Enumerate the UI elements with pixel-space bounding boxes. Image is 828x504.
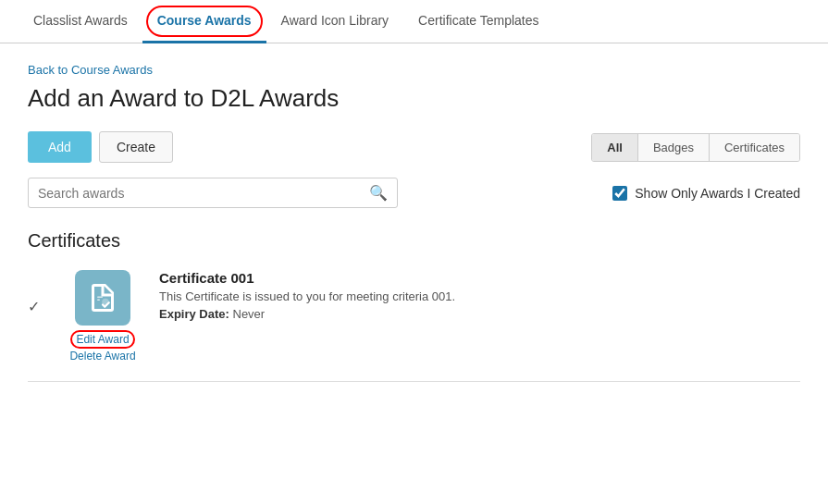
selected-checkmark: ✓ — [28, 298, 46, 315]
delete-award-link[interactable]: Delete Award — [69, 350, 135, 363]
certificate-icon-svg — [86, 281, 119, 314]
add-button[interactable]: Add — [28, 131, 92, 163]
svg-rect-2 — [97, 300, 100, 301]
section-heading: Certificates — [28, 230, 800, 252]
filter-all-button[interactable]: All — [592, 134, 638, 161]
create-button[interactable]: Create — [99, 131, 173, 163]
cert-description: This Certificate is issued to you for me… — [159, 289, 800, 303]
back-link[interactable]: Back to Course Awards — [28, 63, 153, 77]
cert-expiry-label: Expiry Date: — [159, 307, 229, 321]
search-icon[interactable]: 🔍 — [369, 184, 388, 202]
left-buttons: Add Create — [28, 131, 173, 163]
cert-icon-actions: Edit Award Delete Award — [61, 270, 144, 363]
nav-tabs: Classlist Awards Course Awards Award Ico… — [0, 0, 828, 43]
main-content: Back to Course Awards Add an Award to D2… — [0, 43, 828, 400]
buttons-filter-row: Add Create All Badges Certificates — [28, 131, 800, 163]
certificate-item: ✓ Edit Award Delete Award Certificate 00… — [28, 270, 800, 382]
search-box: 🔍 — [28, 178, 398, 208]
filter-certificates-button[interactable]: Certificates — [710, 134, 799, 161]
tab-icon-library[interactable]: Award Icon Library — [266, 0, 403, 43]
cert-details: Certificate 001 This Certificate is issu… — [159, 270, 800, 321]
svg-rect-1 — [97, 297, 103, 299]
show-only-label: Show Only Awards I Created — [635, 186, 800, 201]
filter-badges-button[interactable]: Badges — [638, 134, 710, 161]
search-input[interactable] — [38, 186, 369, 201]
tab-course-awards[interactable]: Course Awards — [142, 0, 266, 43]
cert-icon — [75, 270, 130, 326]
search-filter-row: 🔍 Show Only Awards I Created — [28, 178, 800, 208]
cert-name: Certificate 001 — [159, 270, 800, 286]
cert-expiry: Expiry Date: Never — [159, 307, 800, 321]
show-only-checkbox[interactable] — [612, 186, 627, 201]
tab-certificate-templates[interactable]: Certificate Templates — [403, 0, 553, 43]
tab-classlist[interactable]: Classlist Awards — [19, 0, 142, 43]
page-title: Add an Award to D2L Awards — [28, 84, 800, 113]
edit-award-link[interactable]: Edit Award — [76, 333, 129, 346]
cert-expiry-value: Never — [233, 307, 266, 321]
filter-buttons: All Badges Certificates — [591, 133, 800, 162]
show-only-row: Show Only Awards I Created — [612, 186, 800, 201]
